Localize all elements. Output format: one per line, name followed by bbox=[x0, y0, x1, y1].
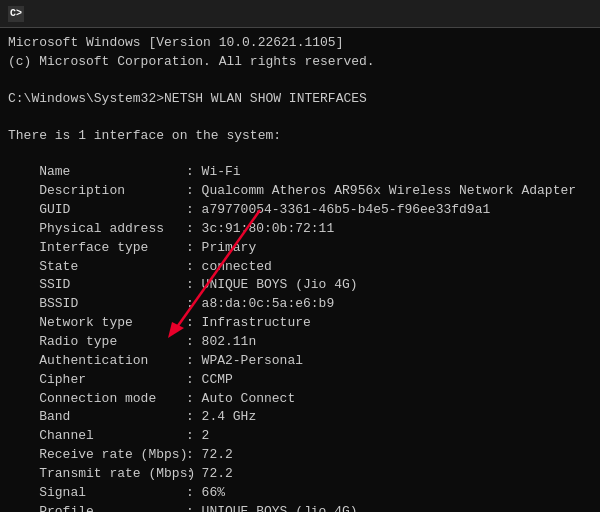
terminal-row: Description: Qualcomm Atheros AR956x Wir… bbox=[8, 182, 592, 201]
row-label: Radio type bbox=[8, 333, 186, 352]
terminal-line: Microsoft Windows [Version 10.0.22621.11… bbox=[8, 34, 592, 53]
terminal-row: Radio type: 802.11n bbox=[8, 333, 592, 352]
empty-line bbox=[8, 109, 592, 127]
row-value: : 802.11n bbox=[186, 334, 256, 349]
app-icon: C> bbox=[8, 6, 24, 22]
row-value: : 66% bbox=[186, 485, 225, 500]
terminal-row: Band: 2.4 GHz bbox=[8, 408, 592, 427]
row-label: Band bbox=[8, 408, 186, 427]
terminal-window: Microsoft Windows [Version 10.0.22621.11… bbox=[0, 28, 600, 512]
terminal-row: Transmit rate (Mbps): 72.2 bbox=[8, 465, 592, 484]
row-value: : 72.2 bbox=[186, 466, 233, 481]
row-label: Description bbox=[8, 182, 186, 201]
terminal-line: There is 1 interface on the system: bbox=[8, 127, 592, 146]
row-label: Cipher bbox=[8, 371, 186, 390]
row-value: : 2.4 GHz bbox=[186, 409, 256, 424]
terminal-row: Network type: Infrastructure bbox=[8, 314, 592, 333]
terminal-row: Channel: 2 bbox=[8, 427, 592, 446]
terminal-row: Connection mode: Auto Connect bbox=[8, 390, 592, 409]
row-value: : UNIQUE BOYS (Jio 4G) bbox=[186, 504, 358, 512]
terminal-row: Receive rate (Mbps): 72.2 bbox=[8, 446, 592, 465]
row-value: : CCMP bbox=[186, 372, 233, 387]
row-value: : Qualcomm Atheros AR956x Wireless Netwo… bbox=[186, 183, 576, 198]
row-label: Physical address bbox=[8, 220, 186, 239]
row-value: : a79770054-3361-46b5-b4e5-f96ee33fd9a1 bbox=[186, 202, 490, 217]
empty-line bbox=[8, 145, 592, 163]
row-label: Connection mode bbox=[8, 390, 186, 409]
terminal-row: SSID: UNIQUE BOYS (Jio 4G) bbox=[8, 276, 592, 295]
row-value: : WPA2-Personal bbox=[186, 353, 303, 368]
terminal-row: State: connected bbox=[8, 258, 592, 277]
terminal-row: Name: Wi-Fi bbox=[8, 163, 592, 182]
row-value: : Wi-Fi bbox=[186, 164, 241, 179]
terminal-row: GUID: a79770054-3361-46b5-b4e5-f96ee33fd… bbox=[8, 201, 592, 220]
row-label: Receive rate (Mbps) bbox=[8, 446, 186, 465]
terminal-line: (c) Microsoft Corporation. All rights re… bbox=[8, 53, 592, 72]
row-label: BSSID bbox=[8, 295, 186, 314]
row-value: : connected bbox=[186, 259, 272, 274]
empty-line bbox=[8, 72, 592, 90]
row-label: Name bbox=[8, 163, 186, 182]
row-label: SSID bbox=[8, 276, 186, 295]
row-value: : UNIQUE BOYS (Jio 4G) bbox=[186, 277, 358, 292]
terminal-row: Interface type: Primary bbox=[8, 239, 592, 258]
row-value: : a8:da:0c:5a:e6:b9 bbox=[186, 296, 334, 311]
row-value: : 3c:91:80:0b:72:11 bbox=[186, 221, 334, 236]
row-value: : 72.2 bbox=[186, 447, 233, 462]
row-label: Channel bbox=[8, 427, 186, 446]
terminal-row: BSSID: a8:da:0c:5a:e6:b9 bbox=[8, 295, 592, 314]
row-value: : Infrastructure bbox=[186, 315, 311, 330]
row-label: Authentication bbox=[8, 352, 186, 371]
row-label: State bbox=[8, 258, 186, 277]
terminal-row: Cipher: CCMP bbox=[8, 371, 592, 390]
row-label: GUID bbox=[8, 201, 186, 220]
title-bar: C> bbox=[0, 0, 600, 28]
row-value: : 2 bbox=[186, 428, 209, 443]
row-label: Profile bbox=[8, 503, 186, 512]
terminal-row: Signal: 66% bbox=[8, 484, 592, 503]
terminal-row: Physical address: 3c:91:80:0b:72:11 bbox=[8, 220, 592, 239]
terminal-row: Authentication: WPA2-Personal bbox=[8, 352, 592, 371]
terminal-row: Profile: UNIQUE BOYS (Jio 4G) bbox=[8, 503, 592, 512]
terminal-line: C:\Windows\System32>NETSH WLAN SHOW INTE… bbox=[8, 90, 592, 109]
row-label: Signal bbox=[8, 484, 186, 503]
row-label: Interface type bbox=[8, 239, 186, 258]
row-value: : Primary bbox=[186, 240, 256, 255]
row-value: : Auto Connect bbox=[186, 391, 295, 406]
row-label: Transmit rate (Mbps) bbox=[8, 465, 186, 484]
row-label: Network type bbox=[8, 314, 186, 333]
